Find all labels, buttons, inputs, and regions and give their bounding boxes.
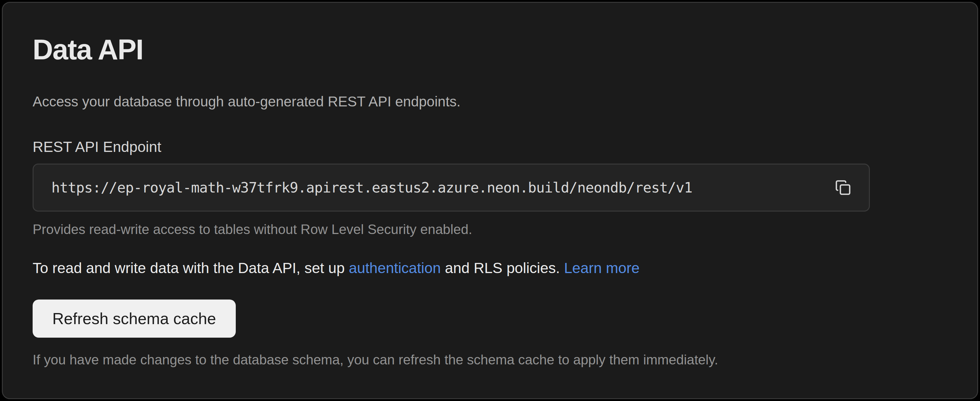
panel-description: Access your database through auto-genera… [33,93,947,111]
data-api-panel: Data API Access your database through au… [2,2,978,399]
refresh-schema-cache-button[interactable]: Refresh schema cache [33,300,236,338]
page-title: Data API [33,34,947,65]
copy-icon [835,179,851,196]
auth-note: To read and write data with the Data API… [33,259,947,277]
learn-more-link[interactable]: Learn more [564,260,639,276]
auth-note-middle: and RLS policies. [441,260,564,276]
authentication-link[interactable]: authentication [349,260,441,276]
endpoint-label: REST API Endpoint [33,138,947,156]
refresh-helper-text: If you have made changes to the database… [33,352,947,368]
endpoint-url-value[interactable]: https://ep-royal-math-w37tfrk9.apirest.e… [51,179,831,196]
endpoint-helper-text: Provides read-write access to tables wit… [33,222,947,238]
copy-endpoint-button[interactable] [831,176,855,199]
page-background: Data API Access your database through au… [0,0,980,401]
endpoint-url-box: https://ep-royal-math-w37tfrk9.apirest.e… [33,163,870,212]
auth-note-prefix: To read and write data with the Data API… [33,260,349,276]
refresh-button-row: Refresh schema cache [33,277,947,338]
